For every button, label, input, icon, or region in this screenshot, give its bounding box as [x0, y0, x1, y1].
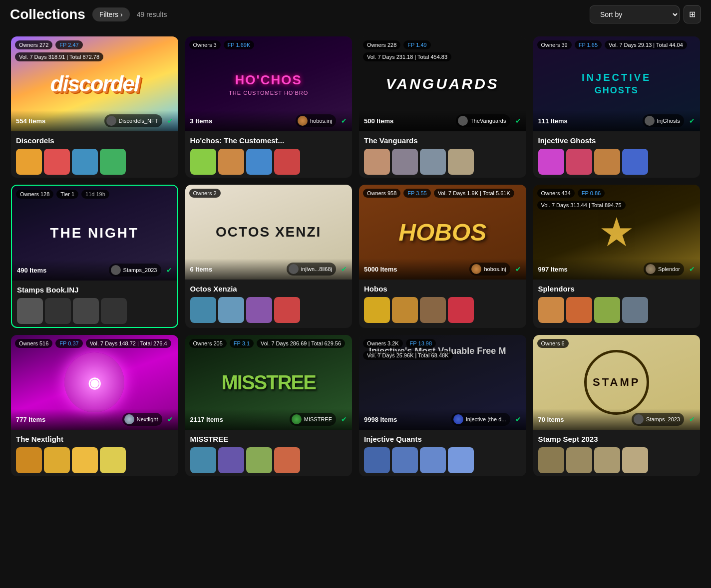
- card-thumbnails: [190, 447, 348, 473]
- card-info: Splendors: [533, 280, 701, 326]
- items-count: 70 Items: [538, 416, 564, 423]
- creator-avatar: [289, 264, 299, 274]
- card-image-area: OCTOS XENZI Owners 2 6 Items injlwn...8l…: [185, 185, 353, 280]
- card-stats-bar: Owners 205FP 3.1Vol. 7 Days 286.69 | Tot…: [189, 339, 349, 348]
- stat-badge: Vol. 7 Days 148.72 | Total 276.4: [86, 339, 171, 348]
- items-count: 9998 Items: [364, 416, 397, 423]
- collection-card-misstree[interactable]: MISSTREE Owners 205FP 3.1Vol. 7 Days 286…: [185, 335, 353, 476]
- card-thumbnails: [538, 447, 696, 473]
- stat-badge: FP 13.98: [406, 339, 436, 348]
- thumbnail-1: [45, 298, 71, 324]
- collection-card-injective-quants[interactable]: Injective's Most Valuable Free M Owners …: [359, 335, 526, 476]
- verified-icon: ✔: [341, 415, 347, 423]
- thumbnail-2: [72, 447, 98, 473]
- card-thumbnails: [538, 149, 696, 175]
- thumbnail-2: [246, 149, 272, 175]
- creator-name: hobos.inj: [310, 118, 332, 124]
- collection-card-vanguards[interactable]: VANGUARDS Owners 228FP 1.49Vol. 7 Days 2…: [359, 36, 526, 178]
- card-stats-bar: Owners 3.2KFP 13.98Vol. 7 Days 25.96K | …: [363, 339, 522, 360]
- thumbnail-3: [622, 297, 648, 323]
- card-image-area: INJECTIVE GHOSTS Owners 39FP 1.65Vol. 7 …: [533, 36, 701, 131]
- thumbnail-0: [364, 297, 390, 323]
- grid-toggle-button[interactable]: ⊞: [684, 5, 701, 23]
- creator-avatar: [292, 414, 302, 424]
- collection-card-injective-ghosts[interactable]: INJECTIVE GHOSTS Owners 39FP 1.65Vol. 7 …: [533, 36, 701, 178]
- collection-card-stamps-book[interactable]: Owners 128Tier 111d 19h 490 Items Stamps…: [11, 185, 178, 328]
- card-bottom-bar: 500 Items TheVanguards ✔: [359, 110, 526, 131]
- collection-card-discordels[interactable]: discordel Owners 272FP 2.47Vol. 7 Days 3…: [11, 36, 178, 178]
- thumbnail-2: [594, 447, 620, 473]
- card-image-area: ◉ Owners 516FP 0.37Vol. 7 Days 148.72 | …: [11, 335, 178, 430]
- card-info: Injective Ghosts: [533, 131, 701, 178]
- items-count: 3 Items: [190, 117, 213, 125]
- thumbnail-1: [392, 297, 418, 323]
- thumbnail-0: [17, 298, 43, 324]
- card-thumbnails: [364, 447, 521, 473]
- card-title: Octos Xenzia: [190, 285, 348, 293]
- card-thumbnails: [16, 447, 173, 473]
- stat-badge: Owners 2: [189, 189, 221, 198]
- collection-card-nextlight[interactable]: ◉ Owners 516FP 0.37Vol. 7 Days 148.72 | …: [11, 335, 178, 476]
- card-stats-bar: Owners 516FP 0.37Vol. 7 Days 148.72 | To…: [15, 339, 174, 348]
- collection-card-hobos[interactable]: HOBOS Owners 958FP 3.55Vol. 7 Days 1.9K …: [359, 185, 526, 328]
- stat-badge: Vol. 7 Days 313.44 | Total 894.75: [537, 201, 626, 210]
- card-bottom-bar: 5000 Items hobos.inj ✔: [359, 259, 526, 280]
- creator-info: InjGhosts ✔: [643, 114, 695, 127]
- stat-badge: Owners 272: [15, 40, 52, 49]
- thumbnail-2: [246, 447, 272, 473]
- creator-badge: hobos.inj: [469, 263, 510, 276]
- card-image-area: discordel Owners 272FP 2.47Vol. 7 Days 3…: [11, 36, 178, 131]
- card-title: Injective Quants: [364, 435, 521, 443]
- thumbnail-2: [246, 297, 272, 323]
- stat-badge: Owners 3: [189, 40, 221, 49]
- collection-card-stamp-sept-2023[interactable]: STAMP Owners 6 70 Items Stamps_2023 ✔ St…: [533, 335, 701, 476]
- card-title: The Nextlight: [16, 435, 173, 443]
- creator-info: Stamps_2023 ✔: [632, 413, 695, 426]
- card-title: Injective Ghosts: [538, 136, 696, 145]
- thumbnail-0: [16, 149, 42, 175]
- creator-info: Splendor ✔: [644, 263, 695, 276]
- card-bottom-bar: 111 Items InjGhosts ✔: [533, 110, 701, 131]
- thumbnail-0: [538, 297, 564, 323]
- creator-badge: Nextlight: [122, 413, 162, 426]
- page-title: Collections: [10, 6, 85, 22]
- stat-badge: Owners 958: [363, 189, 400, 198]
- thumbnail-1: [566, 149, 592, 175]
- card-stats-bar: Owners 958FP 3.55Vol. 7 Days 1.9K | Tota…: [363, 189, 522, 198]
- collection-card-octos-xenzia[interactable]: OCTOS XENZI Owners 2 6 Items injlwn...8l…: [185, 185, 353, 328]
- card-bottom-bar: 997 Items Splendor ✔: [533, 259, 701, 280]
- stat-badge: FP 3.55: [403, 189, 430, 198]
- card-info: Stamps Book.INJ: [12, 281, 177, 327]
- creator-avatar: [298, 116, 308, 126]
- items-count: 500 Items: [364, 117, 393, 125]
- card-info: Injective Quants: [359, 430, 526, 476]
- collection-card-splendors[interactable]: ★ Owners 434FP 0.86Vol. 7 Days 313.44 | …: [533, 185, 701, 328]
- stat-badge: FP 1.65: [575, 40, 602, 49]
- card-bottom-bar: 9998 Items Injective (the d... ✔: [359, 409, 526, 430]
- results-count: 49 results: [137, 10, 167, 18]
- filters-button[interactable]: Filters ›: [92, 7, 130, 21]
- creator-name: MISSTREE: [304, 416, 332, 422]
- creator-avatar: [634, 414, 644, 424]
- creator-info: hobos.inj ✔: [296, 114, 347, 127]
- verified-icon: ✔: [515, 265, 521, 273]
- thumbnail-3: [622, 447, 648, 473]
- card-title: Splendors: [538, 285, 696, 293]
- collection-card-hochos[interactable]: HO'CHOS THE CUSTOMEST HO'BRO Owners 3FP …: [185, 36, 353, 178]
- creator-info: Discordels_NFT ✔: [104, 114, 173, 127]
- card-info: Hobos: [359, 280, 526, 326]
- creator-badge: TheVanguards: [456, 114, 510, 127]
- creator-badge: hobos.inj: [296, 114, 336, 127]
- creator-avatar: [458, 116, 468, 126]
- items-count: 111 Items: [538, 117, 568, 125]
- thumbnail-0: [538, 447, 564, 473]
- items-count: 490 Items: [17, 267, 46, 274]
- card-info: Ho'chos: The Customest...: [185, 131, 353, 178]
- thumbnail-0: [190, 297, 216, 323]
- creator-badge: Stamps_2023: [109, 264, 161, 277]
- items-count: 2117 Items: [190, 416, 224, 423]
- card-bottom-bar: 777 Items Nextlight ✔: [11, 409, 178, 430]
- card-title: Stamp Sept 2023: [538, 435, 696, 443]
- sort-select[interactable]: Sort by Recently Listed Price: Low to Hi…: [590, 5, 680, 23]
- creator-info: TheVanguards ✔: [456, 114, 521, 127]
